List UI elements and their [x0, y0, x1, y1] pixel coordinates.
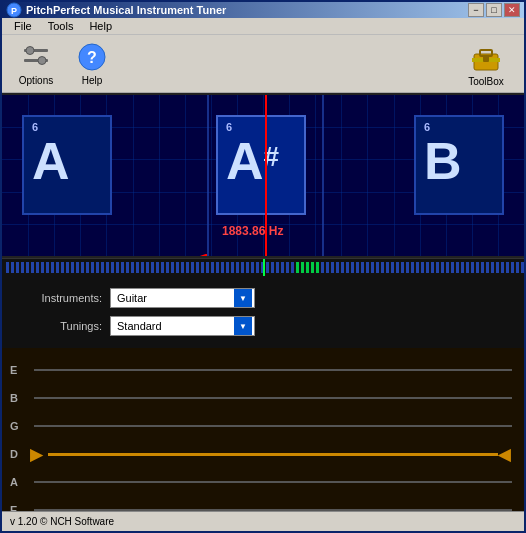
toolbox-label: ToolBox — [468, 76, 504, 87]
app-window: P PitchPerfect Musical Instrument Tuner … — [0, 0, 526, 533]
svg-rect-11 — [483, 56, 489, 62]
separator-right — [322, 95, 324, 256]
title-bar: P PitchPerfect Musical Instrument Tuner … — [2, 2, 524, 18]
frequency-display: 1883.86 Hz — [222, 224, 283, 238]
tuner-display: 6 A 6 A # 6 B — [2, 93, 524, 258]
note-right-letter: B — [424, 135, 462, 187]
help-icon: ? — [76, 41, 108, 73]
instruments-row: Instruments: Guitar ▼ — [22, 288, 504, 308]
options-icon — [20, 41, 52, 73]
svg-point-3 — [26, 47, 34, 55]
string-line-3 — [48, 453, 498, 456]
string-name-4: A — [10, 476, 26, 488]
title-buttons: − □ ✕ — [468, 3, 520, 17]
string-row-D-3: D▶◀ — [2, 440, 524, 468]
string-line-wrapper-1 — [26, 397, 516, 399]
note-right-box: 6 B — [414, 115, 504, 215]
string-name-2: G — [10, 420, 26, 432]
svg-point-5 — [38, 57, 46, 65]
minimize-button[interactable]: − — [468, 3, 484, 17]
menu-tools[interactable]: Tools — [40, 18, 82, 34]
string-line-wrapper-0 — [26, 369, 516, 371]
note-center-box: 6 A # — [216, 115, 306, 215]
note-left-box: 6 A — [22, 115, 112, 215]
tunings-value: Standard — [113, 320, 234, 332]
svg-text:?: ? — [87, 49, 97, 66]
separator-left — [207, 95, 209, 256]
string-name-0: E — [10, 364, 26, 376]
app-icon: P — [6, 2, 22, 18]
status-bar: v 1.20 © NCH Software — [2, 511, 524, 531]
string-line-2 — [34, 425, 512, 427]
toolbox-button[interactable]: ToolBox — [460, 39, 512, 89]
tunings-dropdown-arrow[interactable]: ▼ — [234, 317, 252, 335]
active-string-marker: ▶ — [30, 445, 42, 464]
window-title: PitchPerfect Musical Instrument Tuner — [26, 4, 226, 16]
options-button[interactable]: Options — [10, 39, 62, 89]
instruments-label: Instruments: — [22, 292, 102, 304]
red-arrow — [172, 250, 262, 258]
strings-area: EBGD▶◀AE — [2, 348, 524, 532]
title-bar-left: P PitchPerfect Musical Instrument Tuner — [6, 2, 226, 18]
toolbox-icon — [470, 42, 502, 74]
content-area: 6 A 6 A # 6 B — [2, 93, 524, 532]
tunings-row: Tunings: Standard ▼ — [22, 316, 504, 336]
toolbar: Options ? Help ToolBox — [2, 35, 524, 93]
close-button[interactable]: ✕ — [504, 3, 520, 17]
string-line-0 — [34, 369, 512, 371]
instruments-select[interactable]: Guitar ▼ — [110, 288, 255, 308]
help-button[interactable]: ? Help — [66, 39, 118, 89]
options-label: Options — [19, 75, 53, 86]
string-line-wrapper-3: ▶◀ — [26, 445, 516, 464]
string-line-wrapper-4 — [26, 481, 516, 483]
string-row-A-4: A — [2, 468, 524, 496]
note-left-letter: A — [32, 135, 70, 187]
controls-area: Instruments: Guitar ▼ Tunings: Standard … — [2, 276, 524, 348]
menu-file[interactable]: File — [6, 18, 40, 34]
menu-bar: File Tools Help — [2, 18, 524, 35]
instruments-value: Guitar — [113, 292, 234, 304]
string-row-G-2: G — [2, 412, 524, 440]
menu-help[interactable]: Help — [81, 18, 120, 34]
tunings-label: Tunings: — [22, 320, 102, 332]
string-line-wrapper-2 — [26, 425, 516, 427]
instruments-dropdown-arrow[interactable]: ▼ — [234, 289, 252, 307]
active-string-marker-right: ◀ — [498, 445, 510, 464]
note-center-letter: A — [226, 135, 264, 187]
string-row-E-0: E — [2, 356, 524, 384]
tunings-select[interactable]: Standard ▼ — [110, 316, 255, 336]
status-text: v 1.20 © NCH Software — [10, 516, 114, 527]
string-line-4 — [34, 481, 512, 483]
string-name-3: D — [10, 448, 26, 460]
level-meter — [2, 258, 524, 276]
help-label: Help — [82, 75, 103, 86]
maximize-button[interactable]: □ — [486, 3, 502, 17]
string-row-B-1: B — [2, 384, 524, 412]
svg-text:P: P — [11, 6, 17, 16]
level-center-marker — [263, 259, 265, 276]
string-line-1 — [34, 397, 512, 399]
string-name-1: B — [10, 392, 26, 404]
svg-rect-9 — [480, 50, 492, 56]
